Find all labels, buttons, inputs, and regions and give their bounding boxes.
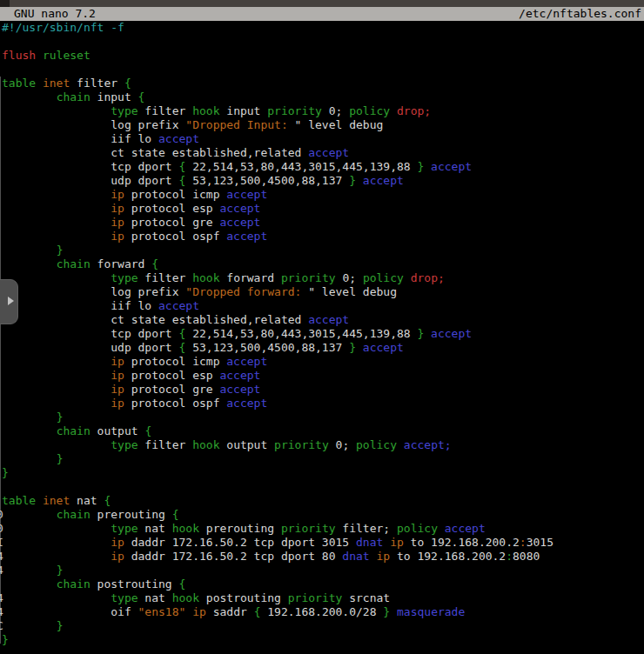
code-token: output (91, 424, 145, 437)
code-token: policy (363, 271, 404, 284)
code-token: } (57, 244, 64, 257)
code-token: accept (431, 160, 472, 173)
code-token (36, 77, 43, 90)
code-token: 22,514,53,80,443,3015,445,139,88 (185, 160, 417, 173)
code-token (404, 271, 411, 284)
code-line: } (0, 564, 644, 577)
code-token: } (57, 619, 64, 632)
code-token: nat (138, 522, 172, 535)
code-line: } (0, 619, 644, 633)
code-token: accept; (404, 438, 452, 451)
code-line: chain prerouting { (0, 508, 644, 522)
code-token: } (349, 174, 356, 187)
nano-titlebar: GNU nano 7.2 /etc/nftables.conf (0, 7, 644, 21)
edge-fragment-glyph: 4 (0, 550, 3, 564)
code-token: } (57, 452, 64, 465)
code-line: iif lo accept (0, 299, 644, 313)
code-line: type nat hook prerouting priority filter… (0, 522, 644, 536)
code-line (0, 35, 644, 49)
edge-fragment: C (0, 619, 4, 633)
edge-fragment-glyph: 0 (0, 522, 3, 536)
code-token: accept (219, 383, 260, 396)
code-line: chain input { (0, 90, 644, 104)
code-token: { (179, 577, 186, 591)
code-token (2, 536, 111, 549)
code-token: protocol gre (124, 383, 220, 396)
code-token (390, 605, 397, 618)
code-token: #!/usr/sbin/nft -f (2, 21, 124, 34)
code-token: ip (376, 550, 390, 563)
code-token: table (2, 77, 36, 90)
code-line: ip protocol icmp accept (0, 188, 644, 202)
code-token: protocol icmp (124, 355, 226, 368)
code-token: filter (138, 104, 193, 117)
code-token: 0; (336, 271, 363, 284)
code-token: type (111, 271, 138, 284)
code-token (2, 188, 111, 201)
code-token: accept (445, 522, 486, 535)
code-token: policy (356, 438, 397, 451)
code-token: filter (138, 271, 193, 284)
code-token: 53,123,500,4500,88,137 (185, 341, 349, 354)
code-line: table inet filter { (0, 77, 644, 90)
code-token: chain (57, 508, 91, 521)
code-token (2, 591, 111, 604)
code-line: } (0, 410, 644, 424)
code-token: accept (226, 230, 267, 243)
code-token: { (138, 90, 145, 103)
code-line: type filter hook output priority 0; poli… (0, 438, 644, 452)
code-token (2, 564, 57, 577)
edge-fragment-glyph: C (0, 619, 3, 633)
expand-arrow-icon (8, 297, 14, 305)
code-token: priority (281, 522, 336, 535)
code-line: ip protocol ospf accept (0, 397, 644, 410)
code-line: ip protocol ospf accept (0, 230, 644, 244)
code-token: protocol ospf (124, 230, 226, 243)
edge-fragment: I (0, 536, 4, 550)
code-line: ip daddr 172.16.50.2 tcp dport 80 dnat i… (0, 550, 644, 564)
edge-fragment: 4 (0, 564, 4, 577)
code-token: ip (390, 536, 404, 549)
sidebar-toggle-handle[interactable] (0, 279, 18, 324)
code-token: postrouting (199, 591, 288, 604)
code-token: } (57, 564, 64, 577)
code-token: udp dport (2, 174, 179, 187)
code-token: iif lo (2, 132, 158, 145)
code-token: "Dropped forward: (185, 285, 308, 298)
edge-fragment-glyph: 0 (0, 508, 3, 522)
code-token: ip (111, 383, 124, 396)
code-token: input (219, 104, 267, 117)
code-line: ip protocol icmp accept (0, 355, 644, 369)
code-token: ip (111, 202, 124, 215)
code-line: } (0, 452, 644, 466)
edge-fragment-glyph: 4 (0, 605, 3, 619)
code-token: filter (70, 77, 124, 90)
code-token: inet (43, 494, 70, 507)
code-line: tcp dport { 22,514,53,80,443,3015,445,13… (0, 327, 644, 341)
window-top-strip (0, 0, 644, 7)
code-token: { (172, 508, 179, 521)
code-token (2, 508, 57, 521)
code-line: ct state established,related accept (0, 146, 644, 160)
code-token: chain (57, 424, 91, 437)
code-token: filter (138, 438, 193, 451)
editor-area[interactable]: #!/usr/sbin/nft -fflush rulesettable ine… (0, 21, 644, 647)
code-token: protocol ospf (124, 397, 226, 410)
code-token: : (520, 536, 527, 549)
code-token: hook (192, 438, 219, 451)
code-token (185, 605, 192, 618)
code-token (2, 424, 57, 437)
code-token: { (151, 257, 158, 270)
code-token: } (2, 466, 9, 479)
window-top-strip-corner (0, 0, 10, 7)
code-token: drop; (411, 271, 445, 284)
code-token: priority (288, 591, 343, 604)
edge-fragment-glyph: I (0, 536, 3, 550)
code-token: forward (219, 271, 280, 284)
code-token: prerouting (91, 508, 172, 521)
code-token: srcnat (342, 591, 390, 604)
code-token: chain (57, 90, 91, 103)
code-token: masquerade (397, 605, 465, 618)
code-token: to 192.168.200.2 (404, 536, 520, 549)
code-token: priority (267, 104, 322, 117)
